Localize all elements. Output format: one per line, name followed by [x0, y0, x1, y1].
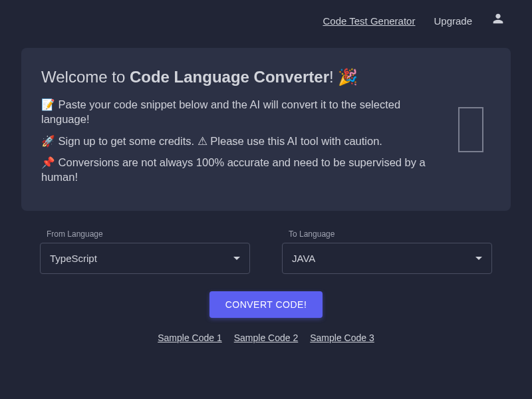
welcome-title-prefix: Welcome to — [41, 68, 130, 86]
sample-code-1-link[interactable]: Sample Code 1 — [158, 332, 222, 343]
to-language-value: JAVA — [292, 253, 315, 264]
welcome-content: Welcome to Code Language Converter! 🎉 📝 … — [41, 68, 431, 191]
welcome-card: Welcome to Code Language Converter! 🎉 📝 … — [21, 48, 511, 211]
from-language-group: From Language TypeScript — [40, 229, 250, 274]
sample-code-2-link[interactable]: Sample Code 2 — [234, 332, 299, 343]
to-language-group: To Language JAVA — [282, 229, 492, 274]
from-language-select[interactable]: TypeScript — [40, 243, 250, 274]
convert-section: CONVERT CODE! — [0, 291, 532, 318]
to-language-label: To Language — [289, 229, 492, 239]
chevron-down-icon — [233, 257, 240, 260]
header: Code Test Generator Upgrade — [0, 0, 532, 35]
from-language-label: From Language — [47, 229, 250, 239]
welcome-line3: 📌 Conversions are not always 100% accura… — [41, 155, 431, 185]
welcome-title-suffix: ! 🎉 — [329, 68, 358, 86]
welcome-title: Welcome to Code Language Converter! 🎉 — [41, 68, 431, 86]
convert-button[interactable]: CONVERT CODE! — [209, 291, 323, 318]
sample-links: Sample Code 1 Sample Code 2 Sample Code … — [0, 332, 532, 363]
to-language-select[interactable]: JAVA — [282, 243, 492, 274]
nav-code-test-generator[interactable]: Code Test Generator — [323, 15, 415, 27]
chevron-down-icon — [475, 257, 482, 260]
welcome-line1: 📝 Paste your code snippet below and the … — [41, 97, 431, 127]
from-language-value: TypeScript — [50, 253, 97, 264]
profile-icon[interactable] — [491, 11, 505, 26]
welcome-illustration — [451, 68, 491, 191]
sample-code-3-link[interactable]: Sample Code 3 — [310, 332, 374, 343]
welcome-line2: 🚀 Sign up to get some credits. ⚠ Please … — [41, 134, 431, 148]
nav-upgrade[interactable]: Upgrade — [434, 15, 472, 27]
image-placeholder-icon — [458, 107, 483, 152]
welcome-title-bold: Code Language Converter — [130, 68, 329, 86]
language-selectors: From Language TypeScript To Language JAV… — [40, 229, 492, 274]
